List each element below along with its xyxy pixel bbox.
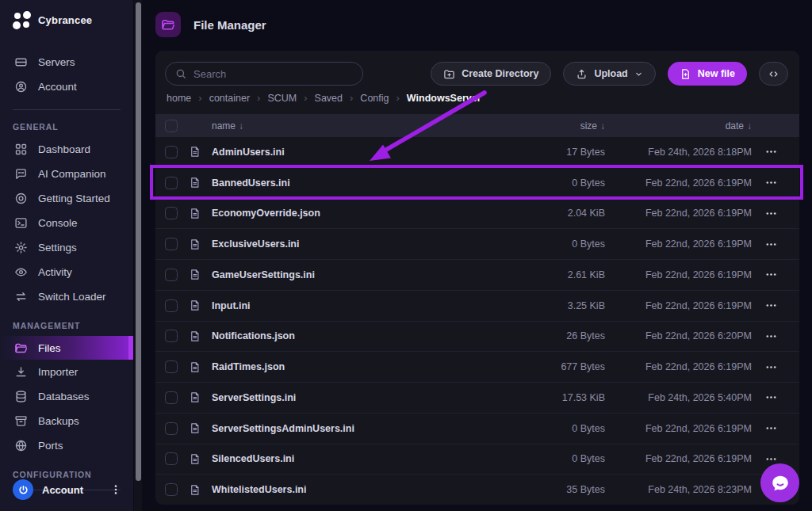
row-checkbox[interactable] <box>165 207 178 219</box>
upload-icon <box>576 68 588 80</box>
code-editor-button[interactable] <box>759 62 788 86</box>
breadcrumb: home›container›SCUM›Saved›Config›Windows… <box>167 92 481 104</box>
row-checkbox[interactable] <box>165 452 178 465</box>
select-all-checkbox[interactable] <box>165 120 178 132</box>
folder-icon <box>14 341 28 355</box>
search-box[interactable] <box>165 62 363 86</box>
table-row[interactable]: ServerSettings.ini 17.53 KiB Feb 24th, 2… <box>155 382 799 413</box>
row-checkbox[interactable] <box>165 330 178 342</box>
file-size: 26 Bytes <box>518 330 605 341</box>
sidebar-item-databases[interactable]: Databases <box>0 384 133 409</box>
new-file-button[interactable]: New file <box>668 62 747 86</box>
search-input[interactable] <box>193 68 353 80</box>
sidebar-item-ports[interactable]: Ports <box>0 433 133 458</box>
row-checkbox[interactable] <box>165 177 178 189</box>
archive-icon <box>14 414 28 428</box>
breadcrumb-item[interactable]: Saved <box>315 93 343 104</box>
sidebar-scrollbar-track[interactable] <box>134 0 142 511</box>
chat-support-button[interactable] <box>760 463 799 502</box>
table-row[interactable]: Input.ini 3.25 KiB Feb 22nd, 2026 6:19PM <box>155 290 799 321</box>
eye-icon <box>14 265 28 279</box>
file-document-icon <box>189 208 202 219</box>
column-header-size[interactable]: size↓ <box>518 120 605 132</box>
switch-icon <box>14 290 28 303</box>
table-row[interactable]: ExclusiveUsers.ini 0 Bytes Feb 22nd, 202… <box>155 228 799 259</box>
sidebar-item-label: Settings <box>38 242 77 254</box>
sidebar-item-console[interactable]: Console <box>0 211 133 235</box>
row-actions-button[interactable] <box>752 361 790 373</box>
sidebar-item-ai-companion[interactable]: AI Companion <box>0 162 133 186</box>
column-header-name[interactable]: name↓ <box>212 120 518 132</box>
file-date: Feb 22nd, 2026 6:19PM <box>605 177 752 189</box>
row-checkbox[interactable] <box>165 360 178 373</box>
breadcrumb-item[interactable]: home <box>167 93 191 104</box>
main-content: File Manager Create Directory Upload <box>142 0 812 511</box>
upload-button[interactable]: Upload <box>563 62 655 86</box>
row-checkbox[interactable] <box>165 269 178 281</box>
sidebar-scrollbar-thumb[interactable] <box>136 2 141 481</box>
row-actions-button[interactable] <box>752 238 790 250</box>
row-actions-button[interactable] <box>752 391 790 403</box>
row-actions-button[interactable] <box>752 177 790 189</box>
row-actions-button[interactable] <box>752 330 790 342</box>
breadcrumb-item[interactable]: Config <box>360 93 389 104</box>
file-document-icon <box>189 146 202 158</box>
table-row[interactable]: SilencedUsers.ini 0 Bytes Feb 22nd, 2026… <box>155 444 799 475</box>
sidebar-item-account[interactable]: Account <box>0 74 133 99</box>
sidebar-item-backups[interactable]: Backups <box>0 409 133 433</box>
table-row[interactable]: ServerSettingsAdminUsers.ini 0 Bytes Feb… <box>155 413 799 444</box>
sidebar-item-dashboard[interactable]: Dashboard <box>0 137 133 162</box>
sidebar-item-servers[interactable]: Servers <box>0 50 133 74</box>
breadcrumb-item[interactable]: WindowsServer <box>407 93 481 104</box>
row-checkbox[interactable] <box>165 146 178 158</box>
row-checkbox[interactable] <box>165 299 178 312</box>
create-directory-button[interactable]: Create Directory <box>431 62 551 86</box>
sidebar-item-importer[interactable]: Importer <box>0 360 133 384</box>
breadcrumb-item[interactable]: SCUM <box>267 93 297 104</box>
row-actions-button[interactable] <box>752 146 790 158</box>
table-row[interactable]: GameUserSettings.ini 2.61 KiB Feb 22nd, … <box>155 259 799 290</box>
table-row[interactable]: WhitelistedUsers.ini 35 Bytes Feb 24th, … <box>155 474 799 505</box>
brand-logo[interactable]: Cybrancee <box>13 11 133 29</box>
row-checkbox[interactable] <box>165 422 178 435</box>
file-date: Feb 22nd, 2026 6:19PM <box>605 453 752 464</box>
column-header-date[interactable]: date↓ <box>605 120 752 132</box>
download-icon <box>14 365 28 379</box>
page-header: File Manager <box>155 12 266 37</box>
sidebar-footer-account[interactable]: Account <box>0 473 133 506</box>
kebab-menu-icon[interactable] <box>109 483 122 496</box>
sidebar-divider <box>13 109 121 110</box>
row-checkbox[interactable] <box>165 483 178 496</box>
table-row[interactable]: BannedUsers.ini 0 Bytes Feb 22nd, 2026 6… <box>155 167 799 198</box>
row-actions-button[interactable] <box>752 422 790 434</box>
row-actions-button[interactable] <box>752 208 790 219</box>
page-title: File Manager <box>193 18 266 32</box>
row-checkbox[interactable] <box>165 391 178 404</box>
table-row[interactable]: Notifications.json 26 Bytes Feb 22nd, 20… <box>155 321 799 352</box>
sidebar-section-label: GENERAL <box>13 122 133 132</box>
sidebar-item-files[interactable]: Files <box>0 336 133 360</box>
file-date: Feb 24th, 2026 8:23PM <box>605 484 752 495</box>
file-document-icon <box>189 361 202 373</box>
target-icon <box>14 192 28 205</box>
file-date: Feb 24th, 2026 8:18PM <box>605 147 752 158</box>
database-icon <box>14 390 28 403</box>
file-size: 2.04 KiB <box>518 208 605 219</box>
sidebar-nav: ServersAccountGENERALDashboardAI Compani… <box>0 50 133 490</box>
sidebar-item-activity[interactable]: Activity <box>0 260 133 284</box>
table-row[interactable]: EconomyOverride.json 2.04 KiB Feb 22nd, … <box>155 198 799 229</box>
row-actions-button[interactable] <box>752 269 790 280</box>
sidebar-item-label: Dashboard <box>38 143 90 155</box>
sidebar-item-getting-started[interactable]: Getting Started <box>0 186 133 211</box>
sidebar-item-settings[interactable]: Settings <box>0 235 133 260</box>
row-checkbox[interactable] <box>165 238 178 250</box>
table-row[interactable]: RaidTimes.json 677 Bytes Feb 22nd, 2026 … <box>155 351 799 382</box>
server-icon <box>14 55 28 69</box>
breadcrumb-item[interactable]: container <box>209 93 250 104</box>
table-row[interactable]: AdminUsers.ini 17 Bytes Feb 24th, 2026 8… <box>155 137 799 167</box>
file-size: 35 Bytes <box>518 484 605 495</box>
file-name: AdminUsers.ini <box>212 147 518 158</box>
sidebar-item-switch-loader[interactable]: Switch Loader <box>0 284 133 309</box>
row-actions-button[interactable] <box>752 299 790 311</box>
file-document-icon <box>189 484 202 496</box>
